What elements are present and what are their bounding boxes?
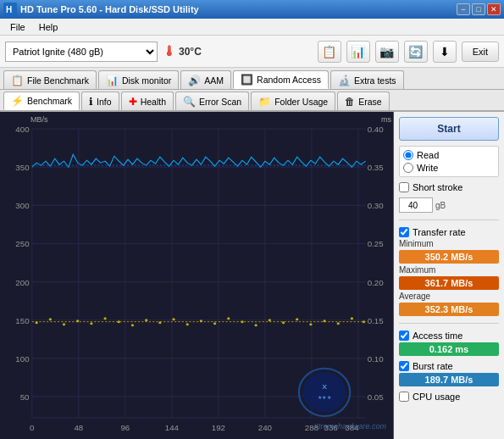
- temperature-value: 30°C: [179, 46, 202, 58]
- cpu-usage-checkbox[interactable]: [399, 392, 409, 402]
- svg-text:400: 400: [15, 125, 29, 134]
- burst-rate-checkbox-row: Burst rate: [399, 361, 499, 371]
- short-stroke-label: Short stroke: [413, 182, 462, 192]
- title-bar: H HD Tune Pro 5.60 - Hard Disk/SSD Utili…: [0, 0, 504, 19]
- svg-point-50: [103, 317, 106, 320]
- tab-error-scan[interactable]: 🔍 Error Scan: [175, 92, 249, 110]
- erase-icon: 🗑: [345, 96, 355, 108]
- right-panel: Start Read Write Short stroke gB Transfe…: [394, 112, 504, 439]
- svg-text:0.15: 0.15: [368, 317, 384, 325]
- minimize-button[interactable]: −: [457, 3, 470, 15]
- tab-file-benchmark-label: File Benchmark: [27, 75, 89, 86]
- svg-text:50: 50: [20, 393, 30, 402]
- tab-aam[interactable]: 🔊 AAM: [180, 70, 231, 89]
- write-radio[interactable]: [403, 163, 413, 173]
- error-scan-icon: 🔍: [183, 96, 196, 108]
- folder-usage-icon: 📁: [258, 96, 271, 108]
- svg-point-67: [337, 322, 340, 325]
- maximize-button[interactable]: □: [472, 3, 485, 15]
- toolbar-icon-4[interactable]: 🔄: [404, 41, 428, 63]
- tab-erase-label: Erase: [358, 97, 381, 107]
- transfer-rate-section: Transfer rate Minimum 350.2 MB/s Maximum…: [399, 227, 499, 316]
- health-icon: ✚: [129, 96, 137, 108]
- disk-selector[interactable]: Patriot Ignite (480 gB): [5, 42, 158, 62]
- menu-help[interactable]: Help: [32, 20, 65, 34]
- tab-benchmark-label: Benchmark: [27, 96, 72, 106]
- title-controls: − □ ✕: [457, 3, 501, 15]
- tab-folder-usage[interactable]: 📁 Folder Usage: [251, 92, 335, 110]
- svg-point-47: [63, 323, 65, 325]
- read-write-group: Read Write: [399, 146, 499, 177]
- cpu-usage-label: CPU usage: [413, 392, 460, 402]
- svg-text:240: 240: [258, 424, 272, 432]
- close-button[interactable]: ✕: [487, 3, 501, 15]
- average-label: Average: [399, 292, 499, 301]
- y-axis-label: MB/s: [30, 115, 48, 124]
- svg-point-55: [172, 318, 174, 320]
- maximum-label: Maximum: [399, 265, 499, 275]
- access-time-section: Access time 0.162 ms: [399, 331, 499, 356]
- stroke-value-row: gB: [399, 197, 499, 213]
- svg-text:48: 48: [74, 424, 83, 432]
- svg-text:0.20: 0.20: [368, 279, 384, 287]
- svg-point-73: [302, 372, 346, 413]
- tab-folder-usage-label: Folder Usage: [274, 97, 328, 107]
- toolbar-icon-5[interactable]: ⬇: [433, 41, 457, 63]
- toolbar-icon-2[interactable]: 📊: [346, 41, 370, 63]
- tab-info[interactable]: ℹ Info: [81, 92, 119, 110]
- access-time-value: 0.162 ms: [399, 342, 499, 356]
- svg-text:144: 144: [165, 424, 179, 432]
- svg-point-64: [296, 318, 298, 320]
- tab-aam-label: AAM: [204, 75, 224, 86]
- tab-error-scan-label: Error Scan: [199, 97, 241, 107]
- tab-erase[interactable]: 🗑 Erase: [337, 92, 389, 110]
- tab-health[interactable]: ✚ Health: [121, 92, 174, 110]
- divider-2: [399, 323, 499, 324]
- transfer-rate-checkbox-row: Transfer rate: [399, 227, 499, 237]
- title-bar-left: H HD Tune Pro 5.60 - Hard Disk/SSD Utili…: [3, 3, 199, 16]
- tab-extra-tests[interactable]: 🔬 Extra tests: [330, 70, 404, 89]
- access-time-label: Access time: [413, 331, 462, 341]
- start-button[interactable]: Start: [399, 117, 499, 141]
- burst-rate-checkbox[interactable]: [399, 361, 409, 371]
- svg-text:0.40: 0.40: [368, 125, 384, 134]
- tab-health-label: Health: [141, 97, 166, 107]
- menu-file[interactable]: File: [3, 20, 32, 34]
- menu-bar: File Help: [0, 19, 504, 36]
- tab-extra-tests-label: Extra tests: [354, 75, 396, 86]
- info-icon: ℹ: [89, 96, 93, 108]
- write-radio-row: Write: [403, 163, 495, 173]
- toolbar-icon-3[interactable]: 📷: [375, 41, 399, 63]
- read-label: Read: [417, 150, 439, 160]
- tab-random-access[interactable]: 🔲 Random Access: [233, 70, 329, 89]
- svg-text:150: 150: [15, 317, 29, 325]
- toolbar-icon-1[interactable]: 📋: [318, 41, 341, 63]
- main-content: MB/s ms: [0, 112, 504, 439]
- stroke-input[interactable]: [399, 197, 433, 213]
- chart-area: MB/s ms: [0, 112, 394, 439]
- svg-point-49: [90, 322, 92, 325]
- tabs-bottom: ⚡ Benchmark ℹ Info ✚ Health 🔍 Error Scan…: [0, 90, 504, 112]
- file-benchmark-icon: 📋: [11, 75, 24, 86]
- svg-point-46: [49, 318, 52, 320]
- transfer-rate-checkbox[interactable]: [399, 227, 409, 237]
- access-time-checkbox[interactable]: [399, 331, 409, 341]
- tab-info-label: Info: [97, 97, 112, 107]
- tab-benchmark[interactable]: ⚡ Benchmark: [3, 92, 80, 110]
- svg-text:0.35: 0.35: [368, 164, 384, 172]
- svg-point-61: [255, 324, 258, 326]
- svg-text:0.25: 0.25: [368, 241, 384, 249]
- svg-point-56: [186, 323, 189, 325]
- tab-disk-monitor[interactable]: 📊 Disk monitor: [98, 70, 179, 89]
- svg-point-53: [145, 319, 147, 321]
- svg-text:300: 300: [15, 203, 29, 211]
- read-radio[interactable]: [403, 150, 413, 160]
- svg-point-62: [269, 319, 271, 321]
- svg-text:X: X: [322, 382, 327, 391]
- svg-text:0.30: 0.30: [368, 203, 384, 211]
- short-stroke-checkbox[interactable]: [399, 182, 409, 192]
- chart-svg: 400 350 300 250 200 150 100 50 0.40 0.35…: [0, 112, 393, 439]
- tab-file-benchmark[interactable]: 📋 File Benchmark: [3, 70, 97, 89]
- disk-monitor-icon: 📊: [106, 75, 119, 86]
- exit-button[interactable]: Exit: [462, 42, 499, 62]
